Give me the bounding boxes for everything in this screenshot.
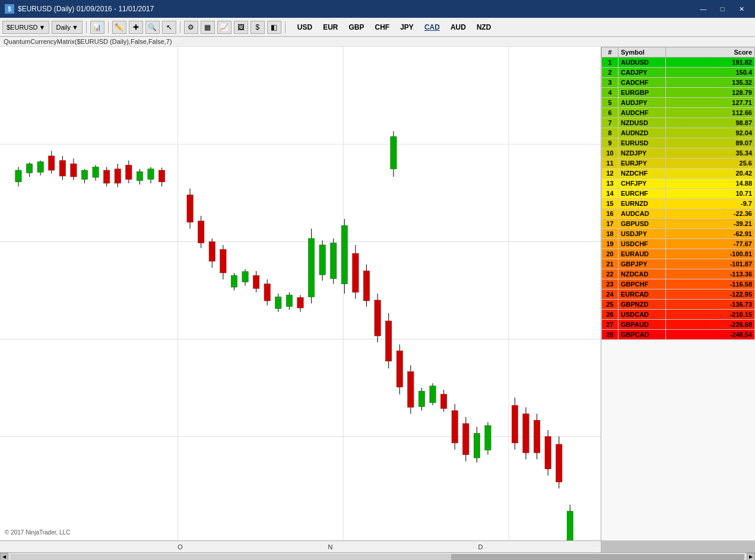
table-row[interactable]: 15EURNZD-9.7 [602, 199, 755, 209]
scroll-thumb[interactable] [451, 554, 744, 560]
table-row[interactable]: 10NZDJPY35.34 [602, 148, 755, 158]
table-row[interactable]: 25GBPNZD-136.73 [602, 300, 755, 310]
table-row[interactable]: 28GBPCAD-248.54 [602, 330, 755, 340]
score-cell: 92.04 [666, 128, 755, 138]
currency-tab-jpy[interactable]: JPY [398, 22, 416, 33]
rank-cell: 18 [602, 229, 618, 239]
rank-cell: 16 [602, 209, 618, 219]
symbol-cell: CADCHF [618, 78, 666, 88]
scroll-left-button[interactable]: ◀ [0, 553, 8, 561]
pointer-button[interactable]: ↖ [162, 21, 176, 34]
scroll-track[interactable] [11, 554, 744, 560]
window-title: $EURUSD (Daily) 01/09/2016 - 11/01/2017 [18, 5, 154, 13]
rank-cell: 6 [602, 108, 618, 118]
properties-button[interactable]: ⚙ [184, 21, 198, 34]
minimize-button[interactable]: — [694, 3, 712, 15]
table-row[interactable]: 17GBPUSD-39.21 [602, 219, 755, 229]
symbol-selector[interactable]: $EURUSD ▼ [2, 21, 49, 34]
maximize-button[interactable]: □ [713, 3, 731, 15]
table-row[interactable]: 27GBPAUD-226.68 [602, 320, 755, 330]
score-cell: -248.54 [666, 330, 755, 340]
indicator-label: QuantumCurrencyMatrix($EURUSD (Daily),Fa… [0, 37, 755, 47]
table-row[interactable]: 3CADCHF135.32 [602, 78, 755, 88]
separator-1 [86, 21, 87, 33]
symbol-cell: CHFJPY [618, 179, 666, 189]
timeframe-selector[interactable]: Daily ▼ [52, 21, 82, 34]
table-row[interactable]: 24EURCAD-122.95 [602, 289, 755, 300]
rank-cell: 15 [602, 199, 618, 209]
svg-rect-90 [512, 405, 518, 443]
table-row[interactable]: 1AUDUSD191.82 [602, 58, 755, 68]
chart-scrollbar[interactable]: ◀ ▶ [0, 552, 755, 560]
rank-cell: 24 [602, 289, 618, 300]
rank-cell: 3 [602, 78, 618, 88]
table-row[interactable]: 9EURUSD89.07 [602, 138, 755, 148]
symbol-cell: AUDCHF [618, 108, 666, 118]
table-row[interactable]: 19USDCHF-77.67 [602, 239, 755, 249]
chart-button[interactable]: 📈 [217, 21, 231, 34]
svg-rect-50 [264, 284, 270, 301]
currency-tab-nzd[interactable]: NZD [474, 22, 494, 33]
svg-rect-74 [408, 371, 414, 407]
svg-rect-8 [15, 170, 21, 182]
svg-rect-30 [137, 171, 142, 180]
currency-tab-chf[interactable]: CHF [373, 22, 392, 33]
score-cell: -226.68 [666, 320, 755, 330]
svg-rect-20 [81, 170, 87, 179]
indicator-button[interactable]: ◧ [267, 21, 281, 34]
currency-tab-aud[interactable]: AUD [448, 22, 468, 33]
close-button[interactable]: ✕ [732, 3, 750, 15]
rank-cell: 26 [602, 310, 618, 320]
table-row[interactable]: 13CHFJPY14.88 [602, 179, 755, 189]
dollar-button[interactable]: $ [250, 21, 265, 34]
table-row[interactable]: 16AUDCAD-22.36 [602, 209, 755, 219]
currency-tab-usd[interactable]: USD [295, 22, 315, 33]
score-table: # Symbol Score 1AUDUSD191.822CADJPY150.4… [601, 47, 755, 540]
symbol-cell: EURCHF [618, 189, 666, 199]
rank-cell: 14 [602, 189, 618, 199]
symbol-cell: GBPAUD [618, 320, 666, 330]
table-row[interactable]: 12NZDCHF20.42 [602, 168, 755, 179]
svg-rect-100 [391, 136, 396, 169]
image-button[interactable]: 🖼 [234, 21, 248, 34]
currency-tab-eur[interactable]: EUR [321, 22, 340, 33]
table-row[interactable]: 21GBPJPY-101.87 [602, 259, 755, 269]
table-row[interactable]: 4EURGBP128.79 [602, 88, 755, 98]
table-row[interactable]: 22NZDCAD-113.36 [602, 269, 755, 279]
score-cell: 191.82 [666, 58, 755, 68]
symbol-cell: EURJPY [618, 158, 666, 168]
table-row[interactable]: 20EURAUD-100.81 [602, 249, 755, 259]
table-row[interactable]: 11EURJPY25.6 [602, 158, 755, 168]
table-row[interactable]: 6AUDCHF112.66 [602, 108, 755, 118]
svg-rect-52 [275, 297, 281, 308]
time-label: O [177, 543, 183, 551]
table-row[interactable]: 7NZDUSD98.87 [602, 118, 755, 128]
currency-tab-gbp[interactable]: GBP [347, 22, 367, 33]
table-row[interactable]: 8AUDNZD92.04 [602, 128, 755, 138]
scroll-right-button[interactable]: ▶ [747, 553, 755, 561]
score-cell: -136.73 [666, 300, 755, 310]
toolbar: $EURUSD ▼ Daily ▼ 📊 ✏️ ✚ 🔍 ↖ ⚙ ▦ 📈 🖼 $ ◧… [0, 18, 755, 37]
svg-rect-54 [286, 295, 292, 307]
svg-rect-60 [319, 245, 325, 275]
table-row[interactable]: 18USDJPY-62.91 [602, 229, 755, 239]
table-row[interactable]: 2CADJPY150.4 [602, 68, 755, 78]
grid-button[interactable]: ▦ [201, 21, 215, 34]
score-cell: -62.91 [666, 229, 755, 239]
zoom-button[interactable]: 🔍 [145, 21, 160, 34]
chart-svg [0, 47, 601, 540]
symbol-cell: AUDNZD [618, 128, 666, 138]
chart-type-button[interactable]: 📊 [90, 21, 104, 34]
table-row[interactable]: 23GBPCHF-116.58 [602, 279, 755, 289]
draw-tool-button[interactable]: ✏️ [112, 21, 126, 34]
table-row[interactable]: 26USDCAD-210.15 [602, 310, 755, 320]
table-row[interactable]: 5AUDJPY127.71 [602, 98, 755, 108]
table-row[interactable]: 14EURCHF10.71 [602, 189, 755, 199]
score-cell: 89.07 [666, 138, 755, 148]
score-cell: -100.81 [666, 249, 755, 259]
currency-tab-cad[interactable]: CAD [422, 22, 442, 33]
chart-area[interactable]: © 2017 NinjaTrader, LLC [0, 47, 601, 540]
crosshair-button[interactable]: ✚ [129, 21, 143, 34]
score-cell: -101.87 [666, 259, 755, 269]
svg-rect-80 [440, 394, 446, 409]
